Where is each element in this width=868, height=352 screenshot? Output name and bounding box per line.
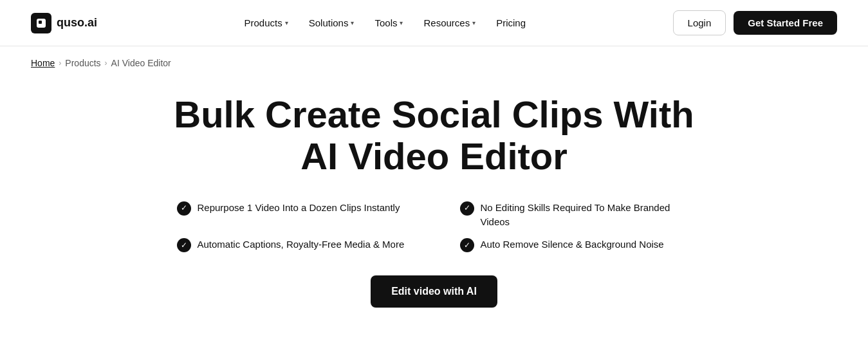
check-icon-2: ✓	[460, 201, 474, 216]
feature-item-3: ✓ Automatic Captions, Royalty-Free Media…	[177, 237, 409, 252]
feature-text-1: Repurpose 1 Video Into a Dozen Clips Ins…	[198, 201, 400, 215]
feature-item-4: ✓ Auto Remove Silence & Background Noise	[460, 237, 692, 252]
nav-item-pricing[interactable]: Pricing	[487, 12, 535, 33]
breadcrumb-separator-2: ›	[105, 59, 107, 68]
get-started-button[interactable]: Get Started Free	[734, 11, 837, 35]
hero-section: Bulk Create Social Clips With AI Video E…	[0, 75, 868, 320]
nav-item-resources[interactable]: Resources ▾	[414, 12, 485, 33]
logo-text: quso.ai	[57, 16, 97, 30]
check-icon-4: ✓	[460, 238, 474, 252]
breadcrumb-current: AI Video Editor	[111, 58, 171, 68]
feature-text-2: No Editing Skills Required To Make Brand…	[481, 201, 692, 229]
features-grid: ✓ Repurpose 1 Video Into a Dozen Clips I…	[177, 201, 692, 253]
feature-text-4: Auto Remove Silence & Background Noise	[481, 237, 664, 252]
edit-video-button[interactable]: Edit video with AI	[371, 275, 497, 308]
hero-title: Bulk Create Social Clips With AI Video E…	[171, 94, 698, 178]
nav-item-tools[interactable]: Tools ▾	[365, 12, 412, 33]
feature-item-1: ✓ Repurpose 1 Video Into a Dozen Clips I…	[177, 201, 409, 229]
feature-text-3: Automatic Captions, Royalty-Free Media &…	[198, 237, 405, 252]
breadcrumb: Home › Products › AI Video Editor	[0, 46, 868, 75]
chevron-down-icon: ▾	[351, 19, 354, 26]
chevron-down-icon: ▾	[400, 19, 403, 26]
nav-links: Products ▾ Solutions ▾ Tools ▾ Resources…	[235, 12, 535, 33]
breadcrumb-products: Products	[65, 58, 100, 68]
check-icon-3: ✓	[177, 238, 191, 252]
chevron-down-icon: ▾	[285, 19, 288, 26]
breadcrumb-home[interactable]: Home	[31, 58, 55, 68]
feature-item-2: ✓ No Editing Skills Required To Make Bra…	[460, 201, 692, 229]
chevron-down-icon: ▾	[472, 19, 476, 26]
breadcrumb-separator: ›	[59, 59, 61, 68]
logo[interactable]: quso.ai	[31, 13, 97, 33]
nav-actions: Login Get Started Free	[673, 10, 837, 35]
check-icon-1: ✓	[177, 201, 191, 216]
navbar: quso.ai Products ▾ Solutions ▾ Tools ▾ R…	[0, 0, 868, 46]
nav-item-products[interactable]: Products ▾	[235, 12, 297, 33]
svg-rect-1	[39, 21, 42, 24]
nav-item-solutions[interactable]: Solutions ▾	[300, 12, 364, 33]
logo-icon	[31, 13, 51, 33]
login-button[interactable]: Login	[673, 10, 726, 35]
